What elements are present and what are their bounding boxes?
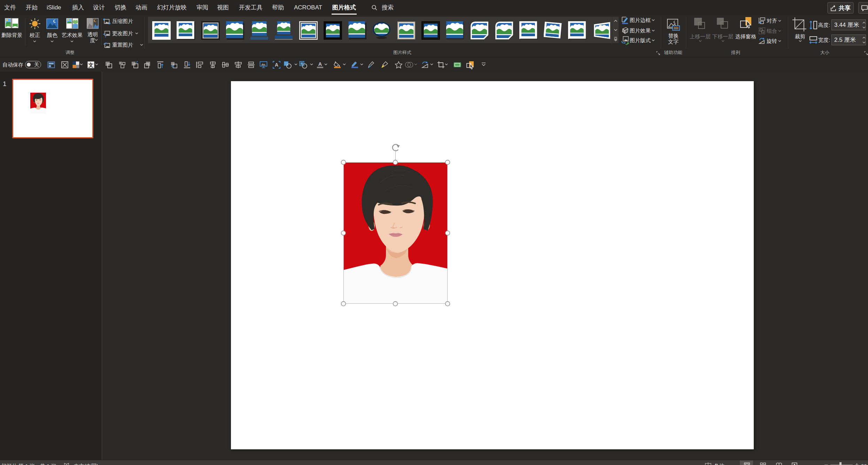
svg-text:A: A (275, 62, 278, 68)
svg-text:文: 文 (88, 62, 94, 68)
svg-text:A: A (318, 61, 322, 67)
